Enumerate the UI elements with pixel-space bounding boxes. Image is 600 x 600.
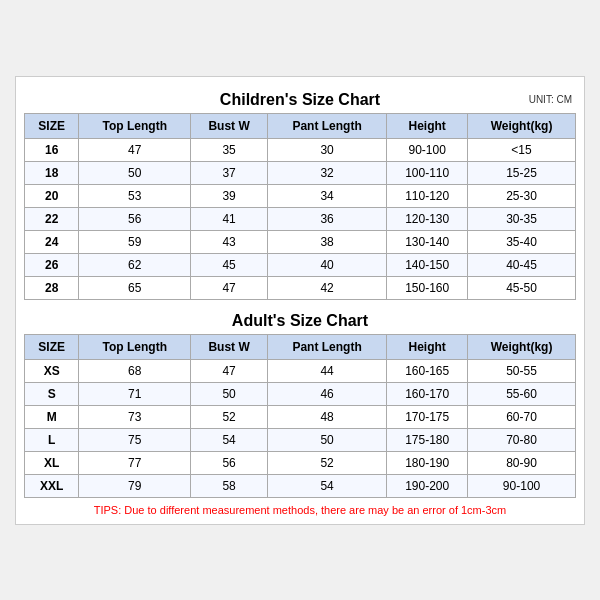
table-row: 20533934110-12025-30 xyxy=(25,184,576,207)
table-cell: 90-100 xyxy=(387,138,468,161)
adult-title-row: Adult's Size Chart xyxy=(24,306,576,334)
table-cell: 130-140 xyxy=(387,230,468,253)
table-cell: 175-180 xyxy=(387,428,468,451)
children-title-row: Children's Size Chart UNIT: CM xyxy=(24,85,576,113)
table-cell: 46 xyxy=(267,382,386,405)
table-cell: 50 xyxy=(191,382,268,405)
table-cell: 45 xyxy=(191,253,268,276)
adult-col-weight: Weight(kg) xyxy=(468,334,576,359)
table-cell: 79 xyxy=(79,474,191,497)
table-row: 24594338130-14035-40 xyxy=(25,230,576,253)
table-cell: 71 xyxy=(79,382,191,405)
table-cell: 50 xyxy=(267,428,386,451)
table-cell: 18 xyxy=(25,161,79,184)
table-cell: 35-40 xyxy=(468,230,576,253)
col-bust-w: Bust W xyxy=(191,113,268,138)
table-cell: 47 xyxy=(191,276,268,299)
adult-header-row: SIZE Top Length Bust W Pant Length Heigh… xyxy=(25,334,576,359)
table-cell: 50-55 xyxy=(468,359,576,382)
table-cell: 43 xyxy=(191,230,268,253)
unit-label: UNIT: CM xyxy=(529,93,572,104)
table-row: 18503732100-11015-25 xyxy=(25,161,576,184)
table-cell: 34 xyxy=(267,184,386,207)
table-cell: 55-60 xyxy=(468,382,576,405)
table-cell: 56 xyxy=(191,451,268,474)
adult-col-height: Height xyxy=(387,334,468,359)
col-weight: Weight(kg) xyxy=(468,113,576,138)
children-header-row: SIZE Top Length Bust W Pant Length Heigh… xyxy=(25,113,576,138)
table-row: S715046160-17055-60 xyxy=(25,382,576,405)
table-cell: 52 xyxy=(267,451,386,474)
table-cell: 41 xyxy=(191,207,268,230)
table-cell: 47 xyxy=(79,138,191,161)
table-cell: 54 xyxy=(267,474,386,497)
table-cell: 50 xyxy=(79,161,191,184)
table-cell: 39 xyxy=(191,184,268,207)
table-cell: 47 xyxy=(191,359,268,382)
table-cell: 26 xyxy=(25,253,79,276)
table-cell: 25-30 xyxy=(468,184,576,207)
col-height: Height xyxy=(387,113,468,138)
table-row: XL775652180-19080-90 xyxy=(25,451,576,474)
table-cell: 110-120 xyxy=(387,184,468,207)
table-cell: 30 xyxy=(267,138,386,161)
table-cell: S xyxy=(25,382,79,405)
adult-table: SIZE Top Length Bust W Pant Length Heigh… xyxy=(24,334,576,498)
table-cell: 32 xyxy=(267,161,386,184)
table-cell: XS xyxy=(25,359,79,382)
table-cell: 20 xyxy=(25,184,79,207)
chart-container: Children's Size Chart UNIT: CM SIZE Top … xyxy=(15,76,585,525)
table-cell: 54 xyxy=(191,428,268,451)
tips-text: TIPS: Due to different measurement metho… xyxy=(24,504,576,516)
table-row: 22564136120-13030-35 xyxy=(25,207,576,230)
table-row: XS684744160-16550-55 xyxy=(25,359,576,382)
table-row: L755450175-18070-80 xyxy=(25,428,576,451)
table-cell: 37 xyxy=(191,161,268,184)
children-title: Children's Size Chart xyxy=(220,91,380,109)
table-row: XXL795854190-20090-100 xyxy=(25,474,576,497)
table-cell: 68 xyxy=(79,359,191,382)
table-cell: 40 xyxy=(267,253,386,276)
table-cell: 140-150 xyxy=(387,253,468,276)
table-cell: 15-25 xyxy=(468,161,576,184)
table-cell: 120-130 xyxy=(387,207,468,230)
table-cell: 73 xyxy=(79,405,191,428)
adult-col-size: SIZE xyxy=(25,334,79,359)
table-cell: 24 xyxy=(25,230,79,253)
table-cell: 40-45 xyxy=(468,253,576,276)
table-cell: 190-200 xyxy=(387,474,468,497)
col-top-length: Top Length xyxy=(79,113,191,138)
table-cell: 53 xyxy=(79,184,191,207)
table-cell: XL xyxy=(25,451,79,474)
table-cell: 65 xyxy=(79,276,191,299)
adult-col-bust-w: Bust W xyxy=(191,334,268,359)
table-cell: 22 xyxy=(25,207,79,230)
table-cell: 70-80 xyxy=(468,428,576,451)
table-cell: 62 xyxy=(79,253,191,276)
table-cell: 100-110 xyxy=(387,161,468,184)
table-row: 26624540140-15040-45 xyxy=(25,253,576,276)
table-row: 1647353090-100<15 xyxy=(25,138,576,161)
children-table: SIZE Top Length Bust W Pant Length Heigh… xyxy=(24,113,576,300)
table-cell: 77 xyxy=(79,451,191,474)
table-cell: 60-70 xyxy=(468,405,576,428)
table-cell: 150-160 xyxy=(387,276,468,299)
col-size: SIZE xyxy=(25,113,79,138)
table-cell: 170-175 xyxy=(387,405,468,428)
table-cell: 16 xyxy=(25,138,79,161)
table-cell: 45-50 xyxy=(468,276,576,299)
table-cell: 56 xyxy=(79,207,191,230)
table-row: 28654742150-16045-50 xyxy=(25,276,576,299)
table-cell: 52 xyxy=(191,405,268,428)
table-cell: 75 xyxy=(79,428,191,451)
col-pant-length: Pant Length xyxy=(267,113,386,138)
table-row: M735248170-17560-70 xyxy=(25,405,576,428)
table-cell: 44 xyxy=(267,359,386,382)
table-cell: 28 xyxy=(25,276,79,299)
table-cell: <15 xyxy=(468,138,576,161)
table-cell: 58 xyxy=(191,474,268,497)
table-cell: 38 xyxy=(267,230,386,253)
table-cell: 48 xyxy=(267,405,386,428)
table-cell: 160-170 xyxy=(387,382,468,405)
table-cell: 180-190 xyxy=(387,451,468,474)
